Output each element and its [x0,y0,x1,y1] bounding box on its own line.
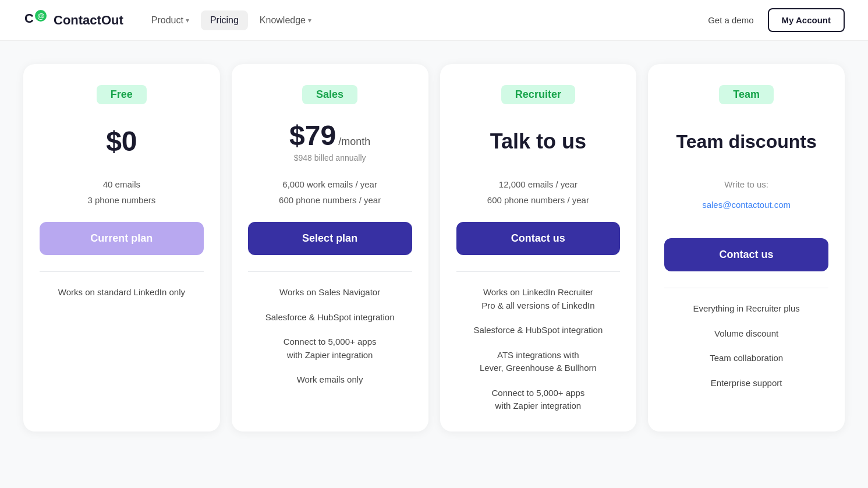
free-quota-emails: 40 emails [40,176,204,192]
team-features: Everything in Recruiter plus Volume disc… [664,302,828,390]
sales-quota: 6,000 work emails / year 600 phone numbe… [248,176,412,208]
pricing-section: Free $0 40 emails 3 phone numbers Curren… [0,41,868,466]
team-write-to-us: Write to us: [664,176,828,192]
logo-icon: C @ [23,8,49,33]
nav-product-label: Product [151,15,183,26]
navbar-left: C @ ContactOut Product ▾ Pricing Knowled… [23,8,321,33]
sales-feature-1: Works on Sales Navigator [248,286,412,299]
nav-links: Product ▾ Pricing Knowledge ▾ [142,10,321,30]
free-feature-1: Works on standard LinkedIn only [40,286,204,299]
team-feature-4: Enterprise support [664,377,828,390]
chevron-down-icon: ▾ [186,16,189,24]
team-sales-email[interactable]: sales@contactout.com [664,197,828,213]
sales-select-plan-button[interactable]: Select plan [248,222,412,255]
nav-knowledge-label: Knowledge [260,15,306,26]
recruiter-feature-2: Salesforce & HubSpot integration [456,324,621,337]
recruiter-contact-button[interactable]: Contact us [456,222,621,255]
recruiter-price-block: Talk to us [456,118,621,165]
svg-text:@: @ [37,12,45,20]
chevron-down-icon: ▾ [308,16,311,24]
sales-feature-2: Salesforce & HubSpot integration [248,311,412,324]
plan-card-sales: Sales $79 /month $948 billed annually 6,… [232,64,428,432]
recruiter-features: Works on LinkedIn Recruiter Pro & all ve… [456,286,621,413]
navbar-right: Get a demo My Account [708,8,845,32]
nav-pricing[interactable]: Pricing [201,10,248,30]
team-feature-3: Team collaboration [664,352,828,365]
free-price-block: $0 [40,118,204,165]
free-divider [40,271,204,272]
team-feature-1: Everything in Recruiter plus [664,302,828,316]
logo[interactable]: C @ ContactOut [23,8,123,33]
team-divider [664,288,828,288]
nav-pricing-label: Pricing [210,15,239,26]
team-quota: Write to us: sales@contactout.com [664,176,828,224]
plan-badge-sales: Sales [302,85,357,104]
plan-badge-free: Free [97,85,147,104]
plan-badge-team: Team [719,85,774,104]
sales-quota-emails: 6,000 work emails / year [248,176,412,192]
sales-per-month: /month [338,136,370,148]
get-demo-link[interactable]: Get a demo [708,15,753,25]
free-price: $0 [106,126,137,157]
plan-card-team: Team Team discounts Write to us: sales@c… [648,64,845,432]
plan-card-recruiter: Recruiter Talk to us 12,000 emails / yea… [440,64,637,432]
team-price-block: Team discounts [664,118,828,165]
my-account-button[interactable]: My Account [768,8,845,32]
logo-text: ContactOut [54,13,123,28]
plan-badge-recruiter: Recruiter [501,85,575,104]
recruiter-quota-phones: 600 phone numbers / year [456,192,621,208]
team-contact-button[interactable]: Contact us [664,238,828,271]
sales-divider [248,271,412,272]
sales-feature-3: Connect to 5,000+ apps with Zapier integ… [248,335,412,362]
sales-feature-4: Work emails only [248,373,412,387]
sales-price: $79 [289,121,336,151]
nav-product[interactable]: Product ▾ [142,10,199,30]
recruiter-feature-4: Connect to 5,000+ apps with Zapier integ… [456,387,621,413]
recruiter-quota: 12,000 emails / year 600 phone numbers /… [456,176,621,208]
free-current-plan-button[interactable]: Current plan [40,222,204,255]
sales-price-inline: $79 /month [289,121,370,151]
free-features: Works on standard LinkedIn only [40,286,204,299]
recruiter-feature-1: Works on LinkedIn Recruiter Pro & all ve… [456,286,621,312]
team-price: Team discounts [676,131,817,153]
navbar: C @ ContactOut Product ▾ Pricing Knowled… [0,0,868,41]
sales-price-block: $79 /month $948 billed annually [248,118,412,165]
team-feature-2: Volume discount [664,327,828,341]
free-quota-phones: 3 phone numbers [40,192,204,208]
sales-features: Works on Sales Navigator Salesforce & Hu… [248,286,412,387]
nav-knowledge[interactable]: Knowledge ▾ [250,10,321,30]
recruiter-divider [456,271,621,272]
free-quota: 40 emails 3 phone numbers [40,176,204,208]
sales-quota-phones: 600 phone numbers / year [248,192,412,208]
sales-billed: $948 billed annually [294,153,366,162]
recruiter-price: Talk to us [490,129,586,154]
recruiter-quota-emails: 12,000 emails / year [456,176,621,192]
svg-text:C: C [24,11,34,26]
plan-card-free: Free $0 40 emails 3 phone numbers Curren… [23,64,220,432]
recruiter-feature-3: ATS integrations with Lever, Greenhouse … [456,349,621,375]
